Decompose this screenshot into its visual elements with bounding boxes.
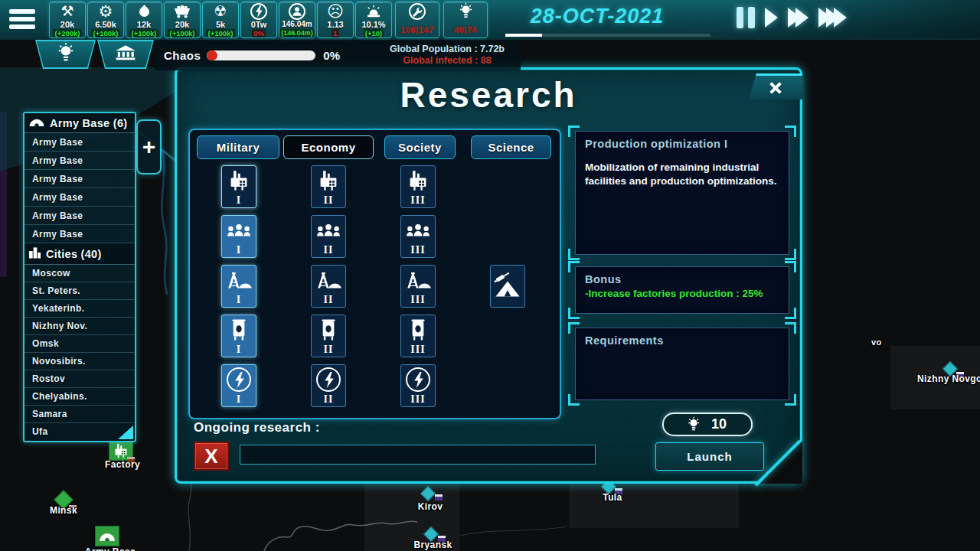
list-item-city[interactable]: Moscow	[24, 265, 135, 282]
resource-delta: (+100k)	[129, 29, 158, 37]
resource-water[interactable]: 12k (+100k)	[126, 2, 162, 38]
research-item-factory-3[interactable]: III	[400, 165, 436, 208]
date-progress	[505, 34, 710, 37]
map-label-minsk[interactable]: Minsk	[37, 505, 90, 516]
research-item-mine-2[interactable]: II	[311, 265, 346, 308]
research-detail-description: Mobilization of remaining industrial fac…	[585, 161, 779, 188]
game-screen: Factory Minsk Army Base Kirov Tula Bryan…	[0, 0, 980, 551]
game-date: 28-OCT-2021	[501, 5, 693, 28]
army-base-icon	[99, 530, 116, 542]
list-item-army-base[interactable]: Army Base	[24, 225, 135, 243]
list-item-army-base[interactable]: Army Base	[24, 152, 135, 170]
research-cost-value: 10	[711, 416, 727, 432]
resource-production[interactable]: ⚙ 6.50k (+100k)	[87, 2, 124, 38]
counter-research[interactable]: 40|74	[443, 2, 488, 38]
wrench-icon	[409, 3, 426, 20]
research-item-barrel-2[interactable]: II	[311, 315, 346, 357]
resource-coal[interactable]: 20k (+100k)	[164, 2, 201, 38]
list-item-city[interactable]: Novosibirs.	[24, 353, 135, 370]
date-text: 28-OCT-2021	[531, 5, 665, 28]
research-menu-tab[interactable]	[35, 40, 96, 69]
research-item-workers-3[interactable]: III	[400, 215, 436, 258]
counter-value: 106|147	[400, 25, 433, 34]
list-item-city[interactable]: Nizhny Nov.	[24, 318, 135, 335]
add-button[interactable]: +	[136, 119, 162, 174]
resource-delta: (+10)	[364, 29, 384, 37]
launch-button[interactable]: Launch	[655, 442, 764, 471]
list-item-army-base[interactable]: Army Base	[24, 188, 135, 207]
tier-label: I	[237, 245, 241, 256]
minecart-icon	[173, 3, 191, 20]
barrel-icon	[320, 315, 337, 344]
map-label-tula[interactable]: Tula	[590, 492, 635, 503]
tier-label: I	[237, 394, 241, 405]
list-item-city[interactable]: St. Peters.	[24, 282, 135, 300]
resource-alert[interactable]: 10.1% (+10)	[355, 2, 392, 38]
barrel-icon	[410, 315, 426, 344]
research-item-power-3[interactable]: III	[400, 364, 436, 407]
research-detail-box: Production optimization I Mobilization o…	[575, 131, 789, 255]
tier-label: III	[410, 245, 425, 256]
map-label-army-base[interactable]: Army Base	[80, 546, 141, 551]
tier-label: III	[410, 195, 425, 206]
resource-unhappiness[interactable]: ☹ 1.13 1	[317, 2, 354, 38]
resource-value: 20k	[175, 20, 189, 29]
resource-uranium[interactable]: ☢ 5k (+100k)	[202, 2, 239, 38]
map-label-bryansk[interactable]: Bryansk	[404, 540, 462, 550]
cancel-research-button[interactable]: X	[194, 442, 229, 471]
bases-cities-panel: Army Base (6) Army Base Army Base Army B…	[23, 112, 136, 442]
close-button[interactable]	[749, 73, 802, 99]
sad-face-icon: ☹	[327, 3, 344, 20]
pause-button[interactable]	[737, 7, 755, 28]
army-base-header[interactable]: Army Base (6)	[24, 113, 135, 133]
research-item-factory-1[interactable]: I	[221, 165, 256, 208]
research-item-barrel-3[interactable]: III	[400, 315, 436, 357]
army-base-map-marker[interactable]	[95, 526, 119, 546]
research-item-workers-2[interactable]: II	[311, 215, 346, 258]
resource-delta: (+100k)	[91, 29, 119, 37]
list-item-city[interactable]: Ufa	[24, 423, 135, 441]
fast-forward-button[interactable]	[788, 8, 808, 28]
resource-population[interactable]: 146.04m (146.04m)	[279, 2, 315, 38]
list-item-army-base[interactable]: Army Base	[24, 170, 135, 188]
research-item-workers-1[interactable]: I	[221, 215, 256, 258]
resource-value: 1.13	[327, 20, 343, 29]
tier-label: II	[324, 394, 334, 405]
power-icon	[406, 365, 430, 394]
map-label-kirov[interactable]: Kirov	[407, 501, 453, 512]
mine-icon	[315, 266, 342, 295]
resource-tools[interactable]: ⚒ 20k (+200k)	[49, 2, 86, 38]
power-icon	[316, 365, 341, 394]
play-button[interactable]	[765, 8, 778, 28]
research-item-factory-2[interactable]: II	[311, 165, 346, 208]
fastest-forward-button[interactable]	[818, 8, 847, 28]
map-label-factory[interactable]: Factory	[92, 459, 153, 470]
resource-value: 146.04m	[282, 20, 312, 29]
list-item-city[interactable]: Rostov	[24, 370, 135, 388]
list-item-army-base[interactable]: Army Base	[24, 207, 135, 225]
research-dialog: Research Military Economy Society Scienc…	[175, 67, 802, 484]
cities-buildings-icon	[28, 246, 41, 262]
tier-label: I	[237, 344, 241, 355]
map-label-nizhny[interactable]: Nizhny Novgorod	[917, 373, 980, 384]
research-item-mine-1[interactable]: I	[221, 265, 256, 308]
mine-icon	[225, 266, 253, 295]
government-menu-tab[interactable]	[97, 40, 154, 69]
resource-delta: (+200k)	[53, 29, 81, 37]
requirements-box: Requirements	[575, 328, 789, 400]
menu-button[interactable]	[9, 6, 37, 32]
list-item-city[interactable]: Omsk	[24, 335, 135, 353]
research-item-power-1[interactable]: I	[221, 364, 256, 407]
research-item-field-hospital[interactable]	[490, 265, 525, 308]
counter-repair[interactable]: 106|147	[395, 2, 439, 38]
cities-header[interactable]: Cities (40)	[24, 243, 135, 265]
research-item-barrel-1[interactable]: I	[221, 315, 256, 357]
resource-power[interactable]: 0Tw 0%	[240, 2, 277, 38]
list-item-city[interactable]: Yekaterinb.	[24, 300, 135, 318]
list-item-city[interactable]: Chelyabins.	[24, 388, 135, 406]
global-infected-text: Global infected : 88	[403, 55, 491, 67]
research-item-power-2[interactable]: II	[311, 364, 346, 407]
list-item-army-base[interactable]: Army Base	[24, 133, 135, 152]
research-item-mine-3[interactable]: III	[400, 265, 436, 308]
list-item-city[interactable]: Samara	[24, 406, 135, 423]
